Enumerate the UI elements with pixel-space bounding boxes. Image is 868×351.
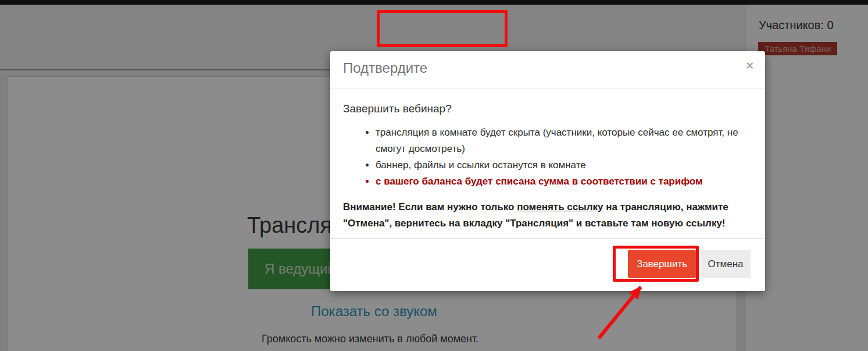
dialog-header: Подтвердите ×	[330, 51, 765, 88]
annotation-arrow	[586, 278, 656, 351]
list-item: трансляция в комнате будет скрыта (участ…	[376, 125, 750, 157]
dialog-title: Подтвердите	[343, 60, 427, 76]
annotation-rectangle-toolbar-finish	[377, 10, 508, 47]
attention-note: Внимание! Если вам нужно только поменять…	[343, 199, 750, 232]
list-item: баннер, файлы и ссылки останутся в комна…	[376, 157, 750, 173]
dialog-question: Завершить вебинар?	[343, 102, 750, 115]
consequences-list: трансляция в комнате будет скрыта (участ…	[343, 125, 750, 190]
attention-note-text: Внимание! Если вам нужно только	[343, 201, 517, 212]
change-link-text: поменять ссылку	[517, 201, 603, 212]
annotation-rectangle-confirm-finish	[613, 246, 699, 282]
list-item-warning: с вашего баланса будет списана сумма в с…	[376, 173, 750, 190]
dialog-footer: Завершить Отмена	[330, 238, 765, 291]
cancel-button[interactable]: Отмена	[701, 250, 751, 278]
confirm-dialog: Подтвердите × Завершить вебинар? трансля…	[330, 51, 765, 291]
dialog-body: Завершить вебинар? трансляция в комнате …	[330, 88, 765, 232]
close-icon[interactable]: ×	[746, 59, 753, 72]
